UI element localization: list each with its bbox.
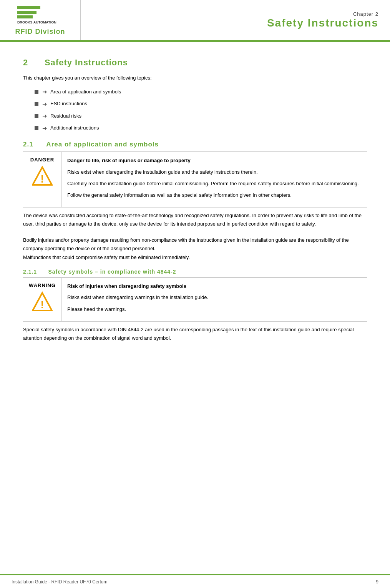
subsection-2-1-number: 2.1 <box>23 141 33 148</box>
subsection-2-1-title: 2.1 Area of application and symbols <box>23 141 367 152</box>
warning-keyword: WARNING <box>29 282 56 288</box>
topic-3: Residual risks <box>50 112 81 120</box>
subsubsection-2-1-1-title: 2.1.1 Safety symbols – in compliance wit… <box>23 269 367 277</box>
closing-paragraph: Special safety symbols in accordance wit… <box>23 322 367 342</box>
svg-text:!: ! <box>40 173 44 185</box>
body-paragraph-2: Bodily injuries and/or property damage r… <box>23 232 367 261</box>
logo-area: BROOKS AUTOMATION RFID Division <box>0 0 81 40</box>
danger-keyword: DANGER <box>30 157 54 163</box>
subsubsection-2-1-1-heading: Safety symbols – in compliance with 4844… <box>48 269 176 275</box>
warning-label-col: WARNING ! <box>23 278 61 321</box>
section-2-title: 2 Safety Instructions <box>23 58 367 68</box>
list-item: ➜ Residual risks <box>35 111 367 121</box>
subsubsection-2-1-1-number: 2.1.1 <box>23 269 37 275</box>
list-item: ➜ Area of application and symbols <box>35 87 367 97</box>
intro-text: This chapter gives you an overview of th… <box>23 74 367 82</box>
warning-content: Risk of injuries when disregarding safet… <box>61 278 367 321</box>
section-2-heading: Safety Instructions <box>45 58 128 67</box>
footer-page-number: 9 <box>376 579 378 585</box>
main-content: 2 Safety Instructions This chapter gives… <box>0 42 390 362</box>
svg-text:BROOKS AUTOMATION: BROOKS AUTOMATION <box>17 20 56 24</box>
danger-text-3: Follow the general safety information as… <box>67 191 362 199</box>
warning-triangle-icon: ! <box>32 291 53 312</box>
bullet-icon <box>35 126 38 130</box>
rfid-division-label: RFID Division <box>15 28 65 36</box>
warning-text-1: Risks exist when disregarding warnings i… <box>67 293 362 302</box>
warning-block: WARNING ! Risk of injuries when disregar… <box>23 277 367 322</box>
body-paragraph-1: The device was constructed according to … <box>23 208 367 228</box>
danger-label-col: DANGER ! <box>23 152 61 207</box>
svg-rect-1 <box>17 11 37 14</box>
list-item: ➜ ESD instructions <box>35 99 367 109</box>
svg-rect-2 <box>17 15 33 18</box>
footer-left-text: Installation Guide - RFID Reader UF70 Ce… <box>12 579 107 585</box>
svg-text:!: ! <box>40 299 44 311</box>
bullet-icon <box>35 114 38 118</box>
chapter-label: Chapter 2 <box>353 11 378 17</box>
list-item: ➜ Additional instructions <box>35 123 367 133</box>
brooks-automation-logo: BROOKS AUTOMATION <box>15 4 65 25</box>
svg-rect-0 <box>17 6 40 9</box>
danger-block: DANGER ! Danger to life, risk of injurie… <box>23 152 367 208</box>
danger-text-1: Risks exist when disregarding the instal… <box>67 168 362 176</box>
topic-1: Area of application and symbols <box>50 88 121 96</box>
topics-list: ➜ Area of application and symbols ➜ ESD … <box>35 87 367 133</box>
topic-2: ESD instructions <box>50 100 87 108</box>
page-footer: Installation Guide - RFID Reader UF70 Ce… <box>0 574 390 588</box>
subsection-2-1-heading: Area of application and symbols <box>46 141 159 148</box>
header-title-area: Chapter 2 Safety Instructions <box>81 0 390 40</box>
danger-heading: Danger to life, risk of injuries or dama… <box>67 157 362 165</box>
danger-triangle-icon: ! <box>32 166 53 186</box>
bullet-icon <box>35 102 38 106</box>
chapter-title: Safety Instructions <box>267 17 378 29</box>
danger-content: Danger to life, risk of injuries or dama… <box>61 152 367 207</box>
logo-box: BROOKS AUTOMATION <box>15 4 65 25</box>
bullet-icon <box>35 90 38 94</box>
page-header: BROOKS AUTOMATION RFID Division Chapter … <box>0 0 390 42</box>
section-2-number: 2 <box>23 58 28 67</box>
warning-text-2: Please heed the warnings. <box>67 305 362 314</box>
topic-4: Additional instructions <box>50 124 99 132</box>
warning-heading: Risk of injuries when disregarding safet… <box>67 282 362 291</box>
danger-text-2: Carefully read the installation guide be… <box>67 179 362 188</box>
